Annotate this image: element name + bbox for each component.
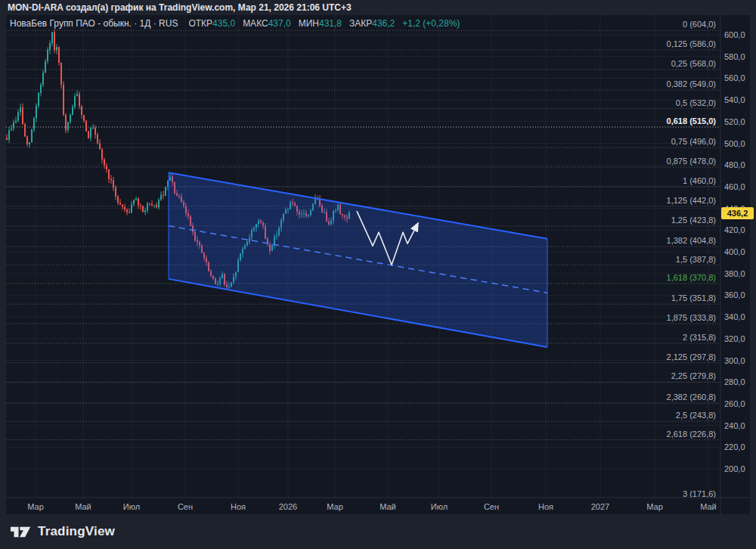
candle-body — [63, 85, 64, 115]
candle-body — [17, 112, 19, 121]
ohlc-field-value: 437,0 — [268, 18, 291, 29]
candle-body — [29, 142, 30, 144]
candle-body — [58, 47, 60, 63]
candle-body — [129, 212, 130, 213]
ohlc-field-label: ЗАКР — [349, 18, 372, 29]
candle-body — [110, 179, 112, 181]
candle-body — [113, 180, 114, 187]
candle-body — [142, 206, 144, 212]
candlestick-chart[interactable] — [0, 0, 756, 549]
tradingview-logo-icon — [11, 524, 31, 540]
candle-body — [85, 121, 87, 132]
candle-body — [140, 206, 141, 206]
candle-body — [70, 115, 71, 122]
candle-body — [47, 50, 48, 61]
candle-body — [24, 124, 26, 136]
ohlc-field: ОТКР435,0 — [188, 18, 235, 29]
symbol-header: НоваБев Групп ПАО - обыкн. · 1Д · RUS ОТ… — [10, 18, 460, 29]
candle-body — [99, 144, 101, 150]
candle-body — [122, 205, 123, 207]
ohlc-field: ЗАКР436,2 — [349, 18, 395, 29]
candle-body — [81, 106, 82, 115]
ohlc-field-label: ОТКР — [188, 18, 212, 29]
candle-body — [101, 149, 103, 159]
chart-pane[interactable] — [6, 15, 720, 500]
candle-body — [36, 106, 37, 118]
candle-body — [131, 204, 132, 212]
bottom-bar: TradingView — [0, 514, 756, 549]
candle-body — [72, 107, 73, 115]
candle-body — [92, 128, 94, 129]
candle-body — [97, 135, 98, 144]
candle-body — [8, 130, 10, 140]
candle-body — [60, 63, 62, 85]
candle-body — [156, 205, 157, 207]
tradingview-published-chart: MON-DI-ARA создал(а) график на TradingVi… — [0, 0, 756, 549]
candle-body — [126, 209, 128, 212]
candle-body — [40, 85, 42, 93]
candle-body — [83, 115, 85, 121]
ohlc-field-value: 431,8 — [319, 18, 342, 29]
ohlc-fields: ОТКР435,0МАКС437,0МИН431,8ЗАКР436,2 — [188, 18, 402, 29]
candle-body — [33, 118, 35, 129]
candle-body — [54, 32, 55, 50]
candle-body — [124, 207, 125, 209]
candle-body — [56, 47, 57, 50]
candle-body — [11, 129, 12, 130]
candle-body — [74, 96, 76, 107]
candle-body — [135, 199, 137, 200]
candle-body — [6, 138, 8, 140]
ohlc-field: МИН431,8 — [299, 18, 342, 29]
candle-body — [117, 197, 119, 203]
candle-body — [149, 203, 150, 204]
last-price-value: 436,2 — [727, 209, 748, 218]
candle-body — [108, 169, 110, 179]
tradingview-logo[interactable]: TradingView — [11, 524, 115, 540]
candle-body — [20, 107, 21, 112]
ohlc-field-label: МИН — [299, 18, 319, 29]
candle-body — [133, 200, 135, 204]
change-value: +1,2 (+0,28%) — [402, 18, 460, 29]
tradingview-logo-text: TradingView — [38, 524, 115, 539]
candle-body — [45, 61, 46, 73]
candle-body — [65, 115, 67, 131]
candle-body — [163, 195, 164, 196]
candle-body — [153, 205, 155, 206]
fib-channel-drawing[interactable] — [169, 172, 547, 347]
candle-body — [158, 200, 160, 207]
candle-body — [15, 121, 17, 123]
candle-body — [90, 128, 91, 138]
candle-body — [119, 203, 121, 204]
candle-body — [51, 32, 53, 43]
ohlc-field: МАКС437,0 — [243, 18, 291, 29]
last-price-badge: 436,2 — [721, 207, 754, 219]
candle-body — [31, 129, 33, 142]
candle-body — [42, 73, 44, 85]
candle-body — [22, 107, 23, 124]
ohlc-field-value: 435,0 — [212, 18, 235, 29]
candle-body — [115, 188, 116, 197]
candle-body — [160, 195, 162, 200]
candle-body — [94, 128, 96, 135]
candle-body — [49, 43, 51, 50]
candle-body — [26, 137, 28, 144]
candle-body — [67, 122, 69, 130]
candle-body — [151, 204, 153, 206]
candle-body — [76, 94, 78, 96]
candle-body — [138, 199, 139, 206]
candle-body — [38, 93, 39, 106]
candle-body — [13, 123, 14, 129]
candle-body — [79, 94, 80, 106]
candle-body — [106, 166, 107, 169]
candle-body — [147, 203, 148, 210]
candle-body — [104, 160, 105, 166]
ohlc-field-value: 436,2 — [372, 18, 395, 29]
candle-body — [144, 210, 146, 212]
candle-body — [88, 132, 89, 138]
candle-body — [165, 187, 166, 196]
symbol-title: НоваБев Групп ПАО - обыкн. · 1Д · RUS — [10, 18, 178, 29]
ohlc-field-label: МАКС — [243, 18, 268, 29]
